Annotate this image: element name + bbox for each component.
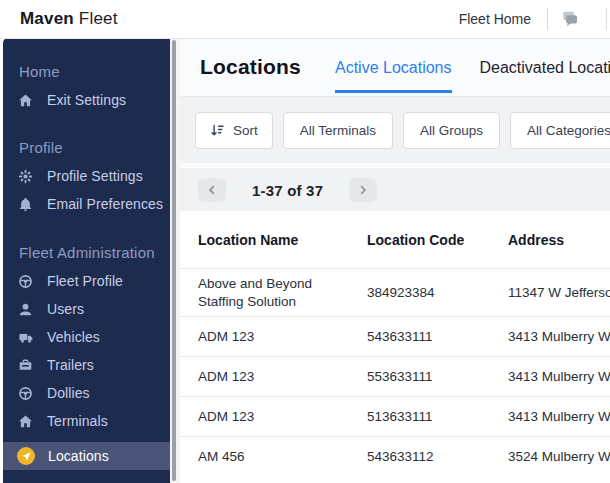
cell-address: 3524 Mulberry Way (508, 449, 610, 464)
sidebar-section-gap (3, 218, 170, 239)
sort-icon (210, 123, 225, 138)
topbar-right: Fleet Home (443, 0, 610, 38)
main-content: Locations Active LocationsDeactivated Lo… (180, 38, 610, 483)
bell-icon (17, 196, 34, 213)
table-row[interactable]: ADM 1235136331113413 Mulberry Way (180, 396, 610, 436)
sidebar-item-vehicles[interactable]: Vehicles (3, 323, 170, 351)
tab-active-locations[interactable]: Active Locations (335, 41, 452, 93)
topbar-divider-2 (606, 8, 607, 30)
cell-address: 3413 Mulberry Way (508, 369, 610, 384)
page-header: Locations Active LocationsDeactivated Lo… (180, 38, 610, 97)
cell-location-code: 543633112 (367, 449, 508, 464)
sidebar-item-exit-settings[interactable]: Exit Settings (3, 86, 170, 114)
sidebar-item-dollies[interactable]: Dollies (3, 379, 170, 407)
sidebar-item-label: Fleet Profile (47, 273, 123, 289)
cell-location-code: 543633111 (367, 329, 508, 344)
table-row[interactable]: AM 4565436331123524 Mulberry Way (180, 436, 610, 476)
sidebar-item-users[interactable]: Users (3, 295, 170, 323)
table-row[interactable]: ADM 1235436331113413 Mulberry Way (180, 316, 610, 356)
sidebar-item-label: Vehicles (47, 329, 100, 345)
table-row[interactable]: Above and Beyond Staffing Solution384923… (180, 268, 610, 316)
sidebar: HomeExit SettingsProfileProfile Settings… (3, 38, 170, 483)
cell-location-code: 384923384 (367, 285, 508, 300)
locations-table: Location NameLocation CodeAddress Above … (180, 211, 610, 483)
tab-bar: Active LocationsDeactivated Locations (335, 38, 610, 96)
sidebar-section-label-fleet-administration: Fleet Administration (3, 239, 170, 267)
page-title: Locations (200, 55, 301, 79)
sort-button[interactable]: Sort (195, 112, 273, 149)
sidebar-section-gap (3, 114, 170, 134)
sidebar-item-label: Email Preferences (47, 196, 163, 212)
table-body: Above and Beyond Staffing Solution384923… (180, 268, 610, 476)
chevron-left-icon[interactable] (198, 178, 226, 202)
user-icon (17, 301, 34, 318)
steering-wheel-icon (17, 273, 34, 290)
home-icon (17, 92, 34, 109)
page-range-text: 1-37 of 37 (252, 182, 323, 199)
trailer-icon (17, 357, 34, 374)
sidebar-item-label: Locations (48, 448, 109, 464)
filter-button-all-groups[interactable]: All Groups (403, 112, 500, 149)
sidebar-item-email-preferences[interactable]: Email Preferences (3, 190, 170, 218)
gear-icon (17, 168, 34, 185)
sidebar-section-label-home: Home (3, 58, 170, 86)
cell-location-name: ADM 123 (198, 368, 367, 386)
chevron-right-icon[interactable] (349, 178, 377, 202)
home-icon (17, 413, 34, 430)
filter-button-all-categories[interactable]: All Categories (510, 112, 610, 149)
cell-location-code: 513633111 (367, 409, 508, 424)
sidebar-item-label: Dollies (47, 385, 90, 401)
topbar: Maven Fleet Fleet Home (0, 0, 610, 39)
sidebar-item-terminals[interactable]: Terminals (3, 407, 170, 435)
cell-location-name: AM 456 (198, 448, 367, 466)
sidebar-item-locations[interactable]: Locations (3, 442, 170, 470)
truck-icon (17, 329, 34, 346)
chat-icon[interactable] (548, 0, 592, 38)
sidebar-section-label-profile: Profile (3, 134, 170, 162)
filter-button-all-terminals[interactable]: All Terminals (283, 112, 393, 149)
sidebar-item-profile-settings[interactable]: Profile Settings (3, 162, 170, 190)
tab-deactivated-locations[interactable]: Deactivated Locations (480, 41, 610, 93)
sidebar-nav: HomeExit SettingsProfileProfile Settings… (3, 38, 170, 470)
cell-address: 3413 Mulberry Way (508, 409, 610, 424)
sidebar-item-label: Trailers (47, 357, 94, 373)
sidebar-item-label: Profile Settings (47, 168, 143, 184)
fleet-home-link[interactable]: Fleet Home (443, 11, 547, 27)
app-logo: Maven Fleet (20, 9, 118, 29)
sidebar-item-label: Exit Settings (47, 92, 126, 108)
steering-wheel-icon (17, 385, 34, 402)
sidebar-scrollbar[interactable] (170, 38, 180, 483)
sort-label: Sort (233, 123, 258, 138)
sidebar-item-label: Users (47, 301, 84, 317)
navigation-icon (17, 447, 35, 465)
filter-bar: Sort All TerminalsAll GroupsAll Categori… (180, 97, 610, 163)
brand-bold: Maven (20, 9, 74, 28)
cell-address: 3413 Mulberry Way (508, 329, 610, 344)
cell-location-code: 553633111 (367, 369, 508, 384)
cell-location-name: ADM 123 (198, 328, 367, 346)
table-row[interactable]: ADM 1235536331113413 Mulberry Way (180, 356, 610, 396)
cell-location-name: Above and Beyond Staffing Solution (198, 275, 367, 311)
column-header-address: Address (508, 232, 610, 248)
brand-light: Fleet (79, 9, 118, 28)
column-header-location-code: Location Code (367, 232, 508, 248)
cell-address: 11347 W Jefferson Ave (508, 285, 610, 300)
pagination: 1-37 of 37 (180, 168, 610, 212)
scrollbar-thumb[interactable] (172, 40, 176, 481)
sidebar-item-label: Terminals (47, 413, 108, 429)
sidebar-item-trailers[interactable]: Trailers (3, 351, 170, 379)
cell-location-name: ADM 123 (198, 408, 367, 426)
app-window: Maven Fleet Fleet Home HomeExit Settings… (0, 0, 610, 483)
table-header-row: Location NameLocation CodeAddress (180, 211, 610, 268)
sidebar-item-fleet-profile[interactable]: Fleet Profile (3, 267, 170, 295)
column-header-location-name: Location Name (198, 232, 367, 248)
